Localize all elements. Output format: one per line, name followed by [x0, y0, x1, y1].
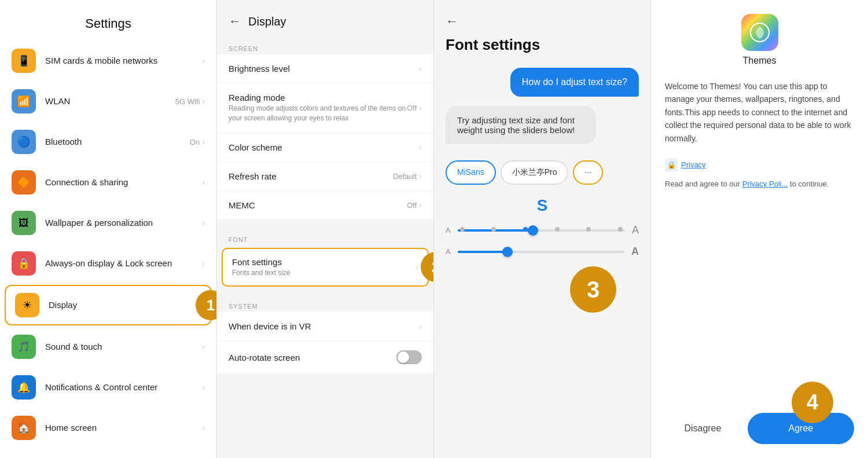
display-item-font_settings[interactable]: Font settings Fonts and text size › — [222, 248, 429, 287]
chevron-icon: › — [419, 142, 422, 152]
chevron-icon: › — [419, 103, 422, 112]
display-list: SCREEN Brightness level › Reading mode R… — [217, 38, 433, 374]
vr-content: When device is in VR — [229, 321, 419, 331]
font_settings-sub: Fonts and text size — [232, 268, 415, 278]
font-settings-header: ← — [434, 0, 650, 34]
memc-value: Off — [407, 201, 417, 210]
autorotate-toggle[interactable] — [396, 350, 422, 364]
size-label-large: A — [632, 224, 639, 236]
chevron-icon: › — [419, 200, 422, 210]
notifications-icon: 🔔 — [12, 375, 36, 400]
privacy-link[interactable]: Privacy — [681, 160, 706, 169]
reading-title: Reading mode — [229, 93, 407, 102]
font-option-xiaomi[interactable]: 小米兰亭Pro — [501, 160, 569, 185]
sidebar-item-notifications[interactable]: 🔔 Notifications & Control center › — [0, 367, 216, 408]
font_settings-content: Font settings Fonts and text size — [232, 257, 415, 278]
sidebar-item-connection[interactable]: 🔶 Connection & sharing › — [0, 162, 216, 203]
alwayson-label: Always-on display & Lock screen — [45, 258, 202, 269]
color-title: Color scheme — [229, 142, 419, 152]
font-item-wrapper: Font settings Fonts and text size › 2 — [217, 248, 433, 287]
sidebar-item-sound[interactable]: 🎵 Sound & touch › — [0, 327, 216, 367]
reading-content: Reading mode Reading mode adjusts colors… — [229, 93, 407, 123]
vr-title: When device is in VR — [229, 321, 419, 331]
refresh-title: Refresh rate — [229, 171, 393, 181]
chat-bubble-system: Try adjusting text size and font weight … — [446, 106, 596, 144]
step-badge-1: 1 — [196, 290, 217, 320]
refresh-content: Refresh rate — [229, 171, 393, 181]
privacy-policy-link[interactable]: Privacy Poli... — [742, 179, 788, 188]
sidebar-item-alwayson[interactable]: 🔒 Always-on display & Lock screen › — [0, 243, 216, 284]
font-selector: MiSans 小米兰亭Pro ··· — [434, 153, 650, 192]
reading-sub: Reading mode adjusts colors and textures… — [229, 104, 407, 123]
display-panel: ← Display SCREEN Brightness level › Read… — [217, 0, 434, 458]
chevron-icon: › — [202, 97, 205, 106]
sim-icon: 📱 — [12, 49, 36, 73]
privacy-text2: to continue. — [790, 179, 829, 188]
sound-icon: 🎵 — [12, 335, 36, 359]
disagree-button[interactable]: Disagree — [665, 413, 741, 444]
step-badge-4: 4 — [792, 382, 833, 423]
homescreen-label: Home screen — [45, 422, 202, 434]
display-item-reading[interactable]: Reading mode Reading mode adjusts colors… — [217, 83, 433, 133]
wallpaper-icon: 🖼 — [12, 211, 36, 235]
weight-slider-row: A A — [434, 241, 650, 262]
chevron-icon: › — [202, 218, 205, 228]
sidebar-item-homescreen[interactable]: 🏠 Home screen › — [0, 408, 216, 448]
weight-slider-track[interactable] — [458, 251, 624, 253]
connection-label: Connection & sharing — [45, 177, 202, 188]
sidebar-item-sim[interactable]: 📱 SIM cards & mobile networks › — [0, 41, 216, 81]
autorotate-title: Auto-rotate screen — [229, 353, 396, 362]
bluetooth-label: Bluetooth — [45, 136, 190, 148]
display-item-vr[interactable]: When device is in VR › — [217, 312, 433, 341]
connection-icon: 🔶 — [12, 170, 36, 195]
chevron-icon: › — [202, 342, 205, 351]
step-badge-3: 3 — [570, 266, 616, 313]
color-content: Color scheme — [229, 142, 419, 152]
screen-section-label: SCREEN — [217, 38, 433, 54]
memc-content: MEMC — [229, 200, 407, 210]
sidebar-item-bluetooth[interactable]: 🔵 Bluetooth On › — [0, 122, 216, 162]
memc-title: MEMC — [229, 200, 407, 210]
size-slider-track[interactable] — [458, 229, 625, 232]
font-settings-panel: ← Font settings How do I adjust text siz… — [434, 0, 651, 458]
chevron-icon: › — [419, 171, 422, 181]
display-item-memc[interactable]: MEMC Off › — [217, 191, 433, 220]
bluetooth-icon: 🔵 — [12, 130, 36, 154]
font-section-label: FONT — [217, 229, 433, 246]
font-option-more[interactable]: ··· — [573, 160, 603, 185]
chat-bubble-user: How do I adjust text size? — [510, 68, 639, 97]
display-back-button[interactable]: ← — [229, 14, 241, 29]
wlan-icon: 📶 — [12, 89, 36, 113]
display-header: ← Display — [217, 0, 433, 38]
display-icon: ☀ — [15, 293, 39, 317]
settings-list: 📱 SIM cards & mobile networks › 📶 WLAN 5… — [0, 41, 216, 448]
display-label: Display — [49, 299, 198, 311]
sidebar-item-wallpaper[interactable]: 🖼 Wallpaper & personalization › — [0, 203, 216, 243]
display-item-autorotate[interactable]: Auto-rotate screen — [217, 341, 433, 374]
privacy-text: Read and agree to our — [665, 179, 740, 188]
notifications-label: Notifications & Control center — [45, 382, 202, 393]
size-slider-row: A A — [434, 219, 650, 241]
display-item-brightness[interactable]: Brightness level › — [217, 54, 433, 83]
sidebar-item-wlan[interactable]: 📶 WLAN 5G Wifi › — [0, 81, 216, 122]
sim-label: SIM cards & mobile networks — [45, 55, 202, 67]
chevron-icon: › — [419, 64, 422, 74]
chevron-icon: › — [419, 322, 422, 331]
display-item-color[interactable]: Color scheme › — [217, 133, 433, 162]
autorotate-toggle-knob — [398, 351, 409, 363]
font-settings-title: Font settings — [434, 34, 650, 63]
chevron-icon: › — [202, 178, 205, 187]
weight-label-large: A — [631, 246, 639, 258]
weight-label-small: A — [446, 247, 451, 256]
wallpaper-label: Wallpaper & personalization — [45, 217, 202, 229]
display-item-refresh[interactable]: Refresh rate Default › — [217, 162, 433, 191]
system-section-label: SYSTEM — [217, 296, 433, 312]
font-option-misans[interactable]: MiSans — [446, 160, 496, 185]
sound-label: Sound & touch — [45, 341, 202, 353]
sidebar-item-display[interactable]: ☀ Display › 1 — [5, 285, 212, 325]
font-back-button[interactable]: ← — [446, 14, 458, 29]
chevron-icon: › — [202, 56, 205, 65]
chevron-icon: › — [415, 262, 418, 272]
wlan-value: 5G Wifi — [175, 97, 200, 106]
size-label-small: A — [446, 226, 451, 235]
